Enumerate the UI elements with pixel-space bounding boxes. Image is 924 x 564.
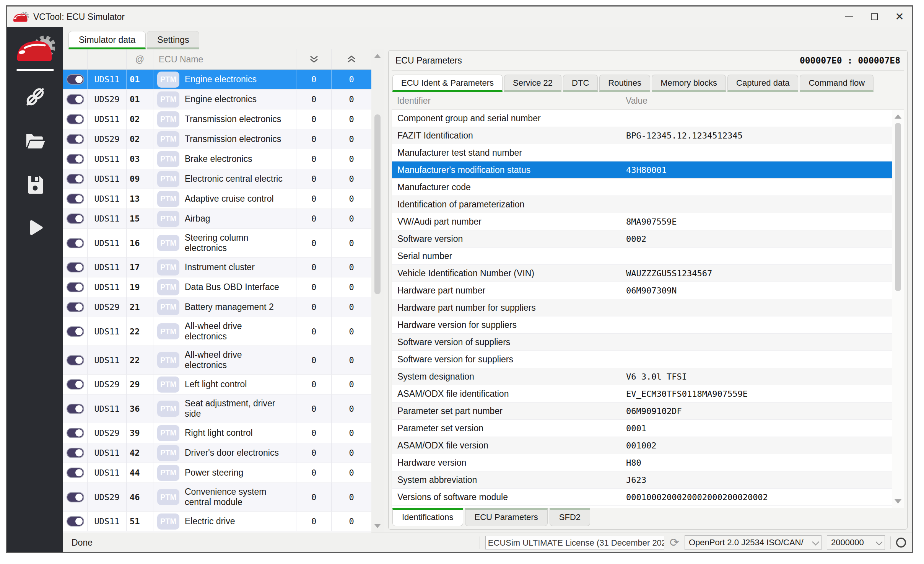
table-row[interactable]: UDS1122PTMAll-wheel drive electronics00 — [63, 346, 371, 375]
parameter-row[interactable]: Hardware part number06M907309N — [392, 282, 892, 299]
parameter-row[interactable]: FAZIT IdentificationBPG-12345.12.1234512… — [392, 127, 892, 144]
enable-toggle[interactable] — [67, 355, 84, 365]
close-button[interactable]: ✕ — [887, 7, 912, 27]
enable-toggle[interactable] — [67, 516, 84, 527]
scroll-thumb[interactable] — [895, 123, 901, 291]
parameter-row[interactable]: Versions of software module0001000200020… — [392, 489, 892, 506]
ecu-name-label: Left light control — [185, 379, 247, 390]
enable-toggle[interactable] — [67, 379, 84, 390]
tab-captured-data[interactable]: Captured data — [727, 75, 798, 92]
maximize-button[interactable] — [862, 7, 887, 27]
parameter-row[interactable]: Hardware version for suppliers — [392, 316, 892, 334]
enable-toggle[interactable] — [67, 404, 84, 414]
parameter-row[interactable]: Software version0002 — [392, 230, 892, 248]
table-row[interactable]: UDS1115PTMAirbag00 — [63, 209, 371, 229]
enable-toggle[interactable] — [67, 94, 84, 104]
enable-toggle[interactable] — [67, 428, 84, 438]
parameter-row[interactable]: Manufacturer test stand number — [392, 144, 892, 161]
enable-toggle[interactable] — [67, 114, 84, 124]
enable-toggle[interactable] — [67, 448, 84, 458]
parameter-row[interactable]: Software version for suppliers — [392, 351, 892, 368]
parameter-row[interactable]: Identification of parameterization — [392, 196, 892, 213]
open-file-button[interactable] — [24, 130, 46, 151]
toggle-cell — [63, 189, 88, 209]
tab-routines[interactable]: Routines — [599, 75, 650, 92]
table-row[interactable]: UDS2921PTMBattery management 200 — [63, 297, 371, 317]
ecu-table-scrollbar[interactable] — [371, 49, 384, 533]
parameter-row[interactable]: Manufacturer's modification status43H800… — [392, 161, 892, 179]
parameter-row[interactable]: Hardware part number for suppliers — [392, 299, 892, 316]
parameter-row[interactable]: Serial number — [392, 248, 892, 265]
table-row[interactable]: UDS1117PTMInstrument cluster00 — [63, 258, 371, 277]
tab-simulator-data[interactable]: Simulator data — [68, 31, 146, 49]
enable-toggle[interactable] — [67, 74, 84, 85]
parameter-row[interactable]: Parameter set version0001 — [392, 420, 892, 437]
enable-toggle[interactable] — [67, 154, 84, 164]
interface-dropdown[interactable]: OpenPort 2.0 J2534 ISO/CAN/ — [685, 535, 822, 550]
tab-dtc[interactable]: DTC — [563, 75, 598, 92]
enable-toggle[interactable] — [67, 134, 84, 144]
table-row[interactable]: UDS1122PTMAll-wheel drive electronics00 — [63, 317, 371, 346]
table-row[interactable]: UDS1142PTMDriver's door electronics00 — [63, 443, 371, 463]
tab-ecu-ident-parameters[interactable]: ECU Ident & Parameters — [392, 75, 503, 92]
table-row[interactable]: UDS1119PTMData Bus OBD Interface00 — [63, 277, 371, 297]
enable-toggle[interactable] — [67, 302, 84, 312]
parameter-row[interactable]: Hardware versionH80 — [392, 454, 892, 471]
table-row[interactable]: UDS1151PTMElectric drive00 — [63, 512, 371, 531]
table-row[interactable]: UDS1101PTMEngine electronics00 — [63, 70, 371, 90]
parameter-row[interactable]: Component group and serial number — [392, 110, 892, 127]
parameter-row[interactable]: ASAM/ODX file identificationEV_ECM30TFS0… — [392, 385, 892, 403]
enable-toggle[interactable] — [67, 238, 84, 248]
table-row[interactable]: UDS1103PTMBrake electronics00 — [63, 149, 371, 169]
tab-sfd2[interactable]: SFD2 — [550, 508, 590, 526]
parameter-row[interactable]: Parameter set part number06M909102DF — [392, 403, 892, 420]
table-row[interactable]: UDS2902PTMTransmission electronics00 — [63, 129, 371, 149]
parameter-scrollbar[interactable] — [892, 110, 904, 508]
table-row[interactable]: UDS1113PTMAdaptive cruise control00 — [63, 189, 371, 209]
enable-toggle[interactable] — [67, 282, 84, 292]
enable-toggle[interactable] — [67, 468, 84, 478]
scroll-down-arrow[interactable] — [895, 499, 901, 504]
tab-command-flow[interactable]: Command flow — [800, 75, 874, 92]
table-row[interactable]: UDS1116PTMSteering column electronics00 — [63, 229, 371, 258]
save-button[interactable] — [24, 173, 46, 195]
enable-toggle[interactable] — [67, 174, 84, 184]
enable-toggle[interactable] — [67, 262, 84, 272]
table-row[interactable]: UDS1136PTMSeat adjustment, driver side00 — [63, 394, 371, 423]
parameter-row[interactable]: Manufacturer code — [392, 179, 892, 196]
main-tabs: Simulator dataSettings — [63, 27, 912, 49]
baudrate-dropdown[interactable]: 2000000 — [827, 535, 885, 550]
tab-settings[interactable]: Settings — [147, 31, 199, 49]
table-row[interactable]: UDS2901PTMEngine electronics00 — [63, 90, 371, 109]
parameter-row[interactable]: VW/Audi part number8MA907559E — [392, 213, 892, 230]
parameter-identifier: ASAM/ODX file identification — [397, 389, 626, 399]
minimize-button[interactable] — [836, 7, 862, 27]
scroll-thumb[interactable] — [374, 114, 381, 294]
parameter-row[interactable]: ASAM/ODX file version001002 — [392, 437, 892, 454]
enable-toggle[interactable] — [67, 492, 84, 502]
scroll-down-arrow[interactable] — [374, 524, 381, 528]
parameter-row[interactable]: Software version of suppliers — [392, 334, 892, 351]
ecu-name-cell: PTMAdaptive cruise control — [153, 189, 296, 209]
enable-toggle[interactable] — [67, 214, 84, 224]
scroll-up-arrow[interactable] — [374, 54, 381, 58]
refresh-icon[interactable]: ⟳ — [670, 537, 679, 548]
run-button[interactable] — [24, 217, 46, 238]
parameter-row[interactable]: System abbreviationJ623 — [392, 471, 892, 489]
tab-ecu-parameters[interactable]: ECU Parameters — [465, 508, 548, 526]
table-row[interactable]: UDS1102PTMTransmission electronics00 — [63, 109, 371, 129]
scroll-up-arrow[interactable] — [895, 114, 901, 119]
table-row[interactable]: UDS2946PTMConvenience system central mod… — [63, 483, 371, 512]
table-row[interactable]: UDS2939PTMRight light control00 — [63, 423, 371, 443]
parameter-row[interactable]: Vehicle Identification Number (VIN)WAUZZ… — [392, 265, 892, 282]
tab-service-22[interactable]: Service 22 — [504, 75, 561, 92]
tab-identifications[interactable]: Identifications — [392, 508, 463, 526]
table-row[interactable]: UDS1109PTMElectronic central electric00 — [63, 169, 371, 189]
parameter-row[interactable]: System designationV6 3.0l TFSI — [392, 368, 892, 385]
enable-toggle[interactable] — [67, 194, 84, 204]
table-row[interactable]: UDS1144PTMPower steering00 — [63, 463, 371, 483]
tab-memory-blocks[interactable]: Memory blocks — [652, 75, 726, 92]
disconnect-button[interactable] — [24, 86, 46, 108]
table-row[interactable]: UDS2929PTMLeft light control00 — [63, 375, 371, 394]
enable-toggle[interactable] — [67, 326, 84, 337]
